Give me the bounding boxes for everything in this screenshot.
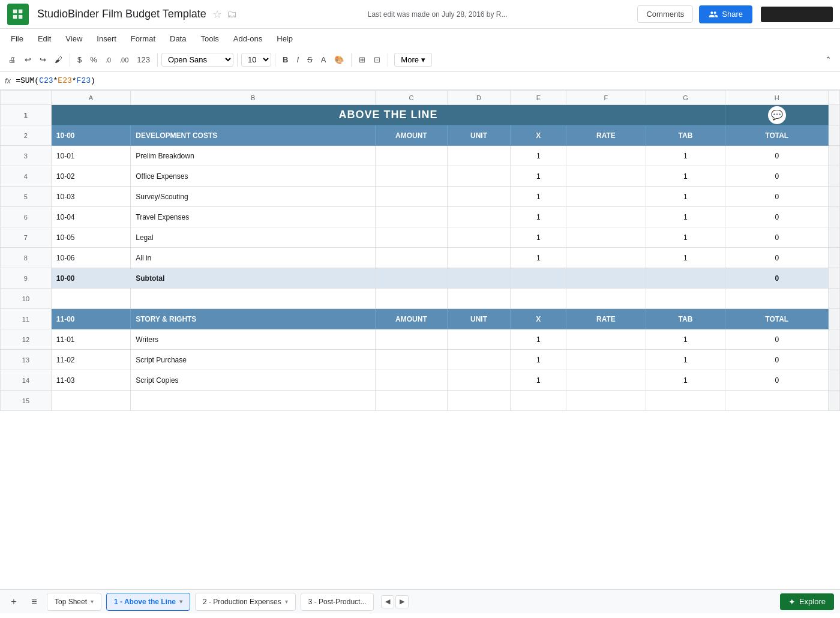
font-size-select[interactable]: 10 bbox=[241, 53, 271, 67]
cell-a9[interactable]: 10-00 bbox=[51, 268, 130, 289]
percent-button[interactable]: % bbox=[86, 53, 101, 67]
cell-h7[interactable]: 0 bbox=[725, 227, 829, 248]
cell-g12[interactable]: 1 bbox=[646, 329, 725, 350]
cell-d7[interactable] bbox=[447, 227, 511, 248]
tab-post-production[interactable]: 3 - Post-Product... bbox=[301, 593, 374, 611]
cell-b13[interactable]: Script Purchase bbox=[131, 350, 376, 370]
explore-button[interactable]: ✦ Explore bbox=[780, 593, 834, 610]
paint-format-button[interactable]: 🖌 bbox=[51, 53, 66, 67]
cell-g7[interactable]: 1 bbox=[646, 227, 725, 248]
cell-e15[interactable] bbox=[511, 391, 566, 411]
cell-f15[interactable] bbox=[566, 391, 646, 411]
cell-d11[interactable]: UNIT bbox=[447, 309, 511, 329]
cell-b3[interactable]: Prelim Breakdown bbox=[131, 146, 376, 166]
cell-c4[interactable] bbox=[376, 166, 447, 187]
cat-hdr-rate[interactable]: RATE bbox=[566, 125, 646, 146]
cell-c9[interactable] bbox=[376, 268, 447, 289]
cell-e8[interactable]: 1 bbox=[511, 248, 566, 268]
menu-insert[interactable]: Insert bbox=[91, 32, 122, 46]
cell-h3[interactable]: 0 bbox=[725, 146, 829, 166]
cell-c10[interactable] bbox=[376, 289, 447, 309]
cell-f8[interactable] bbox=[566, 248, 646, 268]
cat-hdr-x[interactable]: X bbox=[511, 125, 566, 146]
cell-h14[interactable]: 0 bbox=[725, 370, 829, 391]
cell-e9[interactable] bbox=[511, 268, 566, 289]
menu-view[interactable]: View bbox=[59, 32, 88, 46]
cell-e3[interactable]: 1 bbox=[511, 146, 566, 166]
cell-b10[interactable] bbox=[131, 289, 376, 309]
cell-c5[interactable] bbox=[376, 187, 447, 207]
cat-hdr-total[interactable]: TOTAL bbox=[725, 125, 829, 146]
formula-content[interactable]: =SUM(C23*E23*F23) bbox=[16, 76, 95, 85]
collapse-toolbar-button[interactable]: ⌃ bbox=[821, 53, 835, 67]
borders-button[interactable]: ⊞ bbox=[355, 53, 369, 67]
cell-f4[interactable] bbox=[566, 166, 646, 187]
cell-g14[interactable]: 1 bbox=[646, 370, 725, 391]
cell-f9[interactable] bbox=[566, 268, 646, 289]
cell-g9[interactable] bbox=[646, 268, 725, 289]
cell-a6[interactable]: 10-04 bbox=[51, 207, 130, 227]
bold-button[interactable]: B bbox=[279, 53, 292, 67]
nav-next-button[interactable]: ▶ bbox=[395, 595, 409, 608]
row-num-14[interactable]: 14 bbox=[1, 370, 52, 391]
cat-name-devcosts[interactable]: DEVELOPMENT COSTS bbox=[131, 125, 376, 146]
cell-d6[interactable] bbox=[447, 207, 511, 227]
cell-a5[interactable]: 10-03 bbox=[51, 187, 130, 207]
share-button[interactable]: Share bbox=[699, 5, 752, 23]
cell-g6[interactable]: 1 bbox=[646, 207, 725, 227]
format-123-button[interactable]: 123 bbox=[133, 53, 154, 67]
menu-help[interactable]: Help bbox=[271, 32, 299, 46]
cell-b11[interactable]: STORY & RIGHTS bbox=[131, 309, 376, 329]
col-header-f[interactable]: F bbox=[566, 91, 646, 105]
highlight-button[interactable]: 🎨 bbox=[331, 53, 347, 67]
col-header-e[interactable]: E bbox=[511, 91, 566, 105]
cell-d13[interactable] bbox=[447, 350, 511, 370]
cell-a15[interactable] bbox=[51, 391, 130, 411]
cell-g11[interactable]: TAB bbox=[646, 309, 725, 329]
cell-d15[interactable] bbox=[447, 391, 511, 411]
cat-hdr-unit[interactable]: UNIT bbox=[447, 125, 511, 146]
tab-top-sheet[interactable]: Top Sheet ▾ bbox=[47, 593, 101, 611]
decimal-increase-button[interactable]: .00 bbox=[116, 54, 132, 66]
tab-production-expenses[interactable]: 2 - Production Expenses ▾ bbox=[195, 593, 296, 611]
cat-hdr-amount[interactable]: AMOUNT bbox=[376, 125, 447, 146]
cell-a3[interactable]: 10-01 bbox=[51, 146, 130, 166]
cat-hdr-tab[interactable]: TAB bbox=[646, 125, 725, 146]
col-header-d[interactable]: D bbox=[447, 91, 511, 105]
menu-tools[interactable]: Tools bbox=[194, 32, 224, 46]
row-num-11[interactable]: 11 bbox=[1, 309, 52, 329]
cell-h15[interactable] bbox=[725, 391, 829, 411]
menu-edit[interactable]: Edit bbox=[32, 32, 57, 46]
cell-b15[interactable] bbox=[131, 391, 376, 411]
nav-prev-button[interactable]: ◀ bbox=[381, 595, 394, 608]
cell-d4[interactable] bbox=[447, 166, 511, 187]
currency-button[interactable]: $ bbox=[74, 53, 85, 67]
cell-d10[interactable] bbox=[447, 289, 511, 309]
cell-a8[interactable]: 10-06 bbox=[51, 248, 130, 268]
menu-addons[interactable]: Add-ons bbox=[227, 32, 268, 46]
cell-b8[interactable]: All in bbox=[131, 248, 376, 268]
cell-f5[interactable] bbox=[566, 187, 646, 207]
merge-button[interactable]: ⊡ bbox=[370, 53, 384, 67]
cell-g10[interactable] bbox=[646, 289, 725, 309]
cat-code-1000[interactable]: 10-00 bbox=[51, 125, 130, 146]
section-title-above-the-line[interactable]: ABOVE THE LINE bbox=[51, 105, 725, 125]
row-num-15[interactable]: 15 bbox=[1, 391, 52, 411]
cell-h4[interactable]: 0 bbox=[725, 166, 829, 187]
cell-c6[interactable] bbox=[376, 207, 447, 227]
col-header-c[interactable]: C bbox=[376, 91, 447, 105]
cell-c14[interactable] bbox=[376, 370, 447, 391]
cell-h10[interactable] bbox=[725, 289, 829, 309]
cell-g8[interactable]: 1 bbox=[646, 248, 725, 268]
cell-e12[interactable]: 1 bbox=[511, 329, 566, 350]
col-header-a[interactable]: A bbox=[51, 91, 130, 105]
cell-a12[interactable]: 11-01 bbox=[51, 329, 130, 350]
cell-g5[interactable]: 1 bbox=[646, 187, 725, 207]
cell-h8[interactable]: 0 bbox=[725, 248, 829, 268]
cell-h5[interactable]: 0 bbox=[725, 187, 829, 207]
col-header-g[interactable]: G bbox=[646, 91, 725, 105]
star-icon[interactable]: ☆ bbox=[212, 8, 222, 21]
cell-b12[interactable]: Writers bbox=[131, 329, 376, 350]
cell-a7[interactable]: 10-05 bbox=[51, 227, 130, 248]
cell-e13[interactable]: 1 bbox=[511, 350, 566, 370]
